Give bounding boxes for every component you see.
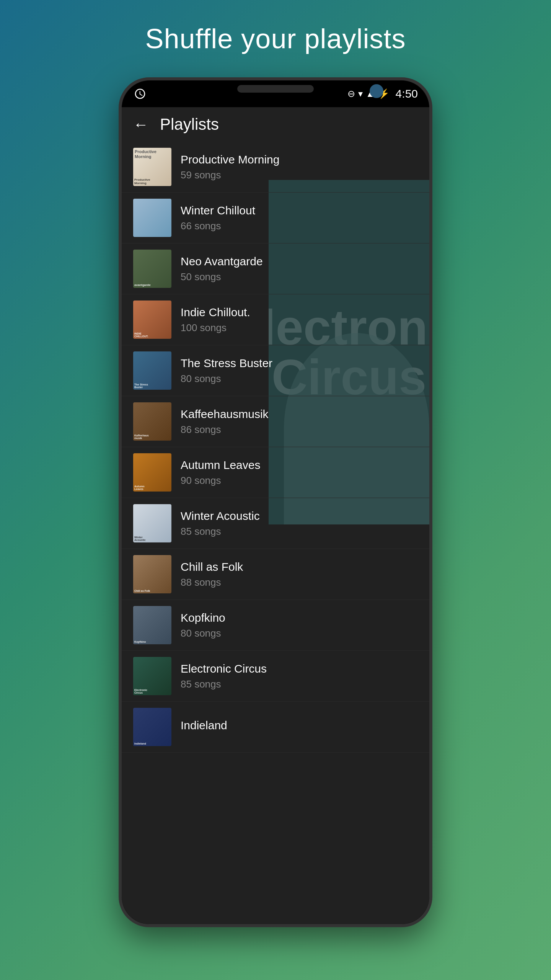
playlist-count: 100 songs: [181, 322, 418, 334]
thumb-label: Winter Acoustic: [134, 536, 146, 542]
list-item[interactable]: The Stress Buster The Stress Buster 80 s…: [122, 345, 429, 396]
playlist-thumbnail: [133, 199, 171, 237]
list-item[interactable]: Indieland Indieland: [122, 702, 429, 753]
playlist-name: Indieland: [181, 719, 418, 732]
playlist-name: Electronic Circus: [181, 662, 418, 675]
thumb-label: Chill as Folk: [134, 590, 150, 593]
thumb-label: Autumn Leaves: [134, 485, 144, 491]
thumb-label: Indieland: [134, 742, 146, 745]
status-left: [133, 87, 147, 101]
playlist-info: Autumn Leaves 90 songs: [181, 459, 418, 487]
list-item[interactable]: Winter Chillout 66 songs: [122, 193, 429, 243]
playlist-name: Indie Chillout.: [181, 306, 418, 319]
playlist-thumbnail: Kopfkino: [133, 606, 171, 644]
playlist-thumbnail: avantgarde: [133, 250, 171, 288]
playlist-info: Kaffeehausmusik 86 songs: [181, 408, 418, 436]
playlist-name: Autumn Leaves: [181, 459, 418, 472]
playlist-count: 80 songs: [181, 373, 418, 385]
mute-icon: ⊖: [347, 88, 355, 99]
list-item[interactable]: INDIE CHILLOUT. Indie Chillout. 100 song…: [122, 294, 429, 345]
thumb-label: INDIE CHILLOUT.: [134, 332, 148, 338]
playlist-info: Winter Acoustic 85 songs: [181, 510, 418, 537]
playlist-list[interactable]: ElectronicCircus Productive Morning Prod…: [122, 142, 429, 924]
playlist-thumbnail: The Stress Buster: [133, 351, 171, 390]
list-item[interactable]: avantgarde Neo Avantgarde 50 songs: [122, 243, 429, 294]
playlist-count: 90 songs: [181, 475, 418, 487]
list-item[interactable]: Winter Acoustic Winter Acoustic 85 songs: [122, 498, 429, 549]
playlist-thumbnail: Kaffeehaus musik: [133, 402, 171, 441]
playlist-count: 80 songs: [181, 627, 418, 639]
app-header: ← Playlists: [122, 107, 429, 142]
playlist-name: The Stress Buster: [181, 357, 418, 370]
playlist-name: Productive Morning: [181, 153, 418, 166]
list-item[interactable]: Autumn Leaves Autumn Leaves 90 songs: [122, 447, 429, 498]
playlist-info: Indie Chillout. 100 songs: [181, 306, 418, 334]
playlist-info: Winter Chillout 66 songs: [181, 204, 418, 232]
playlist-name: Winter Chillout: [181, 204, 418, 217]
thumb-label: The Stress Buster: [134, 383, 148, 389]
back-button[interactable]: ←: [133, 116, 148, 133]
playlist-thumbnail: Productive Morning: [133, 148, 171, 186]
playlist-name: Kaffeehausmusik: [181, 408, 418, 421]
playlist-name: Kopfkino: [181, 611, 418, 624]
playlist-name: Chill as Folk: [181, 560, 418, 573]
playlist-count: 50 songs: [181, 271, 418, 283]
playlist-info: Neo Avantgarde 50 songs: [181, 255, 418, 283]
playlist-thumbnail: Indieland: [133, 708, 171, 746]
playlist-name: Winter Acoustic: [181, 510, 418, 523]
playlist-thumbnail: Electronic Circus: [133, 657, 171, 695]
thumb-label: Kaffeehaus musik: [134, 434, 149, 440]
playlist-info: Electronic Circus 85 songs: [181, 662, 418, 690]
list-item[interactable]: Productive Morning Productive Morning 59…: [122, 142, 429, 193]
list-item[interactable]: Kaffeehaus musik Kaffeehausmusik 86 song…: [122, 396, 429, 447]
playlist-thumbnail: Chill as Folk: [133, 555, 171, 593]
playlist-count: 59 songs: [181, 169, 418, 181]
list-item[interactable]: Electronic Circus Electronic Circus 85 s…: [122, 651, 429, 702]
playlist-count: 85 songs: [181, 678, 418, 690]
phone-screen: ⊖ ▾ ▲ ⚡ 4:50 ← Playlists ElectronicCircu…: [122, 80, 429, 924]
playlist-count: 85 songs: [181, 526, 418, 537]
thumb-label: Kopfkino: [134, 640, 146, 644]
playlist-info: Productive Morning 59 songs: [181, 153, 418, 181]
playlist-info: The Stress Buster 80 songs: [181, 357, 418, 385]
playlist-info: Indieland: [181, 719, 418, 735]
list-item[interactable]: Kopfkino Kopfkino 80 songs: [122, 600, 429, 651]
phone-container: ⊖ ▾ ▲ ⚡ 4:50 ← Playlists ElectronicCircu…: [119, 77, 432, 927]
status-time: 4:50: [396, 87, 418, 100]
playlist-name: Neo Avantgarde: [181, 255, 418, 268]
phone-camera: [370, 84, 383, 98]
thumb-label: avantgarde: [134, 284, 151, 287]
thumb-label: Electronic Circus: [134, 689, 147, 694]
wifi-icon: ▾: [358, 88, 363, 99]
playlist-count: 86 songs: [181, 424, 418, 436]
playlist-count: 66 songs: [181, 220, 418, 232]
playlist-info: Kopfkino 80 songs: [181, 611, 418, 639]
page-title: Shuffle your playlists: [145, 23, 406, 54]
playlist-thumbnail: Autumn Leaves: [133, 453, 171, 492]
playlist-count: 88 songs: [181, 577, 418, 588]
alarm-icon: [133, 87, 147, 101]
status-bar: ⊖ ▾ ▲ ⚡ 4:50: [122, 80, 429, 107]
playlist-thumbnail: INDIE CHILLOUT.: [133, 301, 171, 339]
header-title: Playlists: [160, 115, 219, 134]
playlist-thumbnail: Winter Acoustic: [133, 504, 171, 542]
playlist-info: Chill as Folk 88 songs: [181, 560, 418, 588]
list-item[interactable]: Chill as Folk Chill as Folk 88 songs: [122, 549, 429, 600]
thumb-label: Productive Morning: [134, 178, 150, 185]
